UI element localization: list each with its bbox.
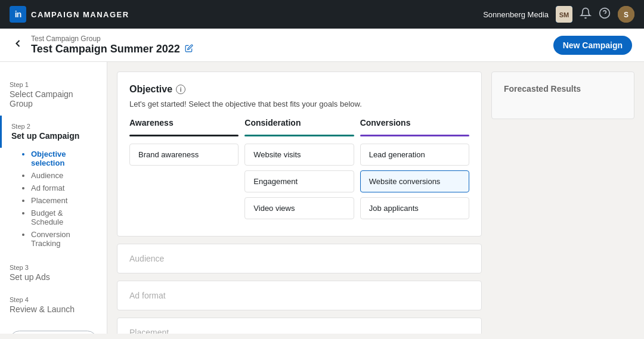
new-campaign-button[interactable]: New Campaign bbox=[553, 36, 632, 55]
objective-video-views[interactable]: Video views bbox=[244, 197, 354, 219]
sidebar: Step 1 Select Campaign Group Step 2 Set … bbox=[0, 62, 107, 334]
audience-section[interactable]: Audience bbox=[117, 244, 482, 273]
sidebar-step-1: Step 1 Select Campaign Group bbox=[0, 74, 107, 116]
ad-format-section[interactable]: Ad format bbox=[117, 281, 482, 310]
svg-text:SM: SM bbox=[559, 11, 569, 18]
substep-audience[interactable]: Audience bbox=[31, 169, 97, 182]
user-avatar[interactable]: S bbox=[618, 6, 634, 23]
consideration-header: Consideration bbox=[244, 118, 354, 130]
step-2-title: Set up Campaign bbox=[11, 131, 97, 141]
account-avatar-icon: SM bbox=[556, 6, 572, 23]
step-4-title: Review & Launch bbox=[10, 304, 97, 314]
campaign-group-label: Test Campaign Group bbox=[31, 35, 193, 43]
objective-card: Objective i Let's get started! Select th… bbox=[117, 71, 482, 237]
step-3-title: Set up Ads bbox=[10, 272, 97, 282]
campaign-header-left: Test Campaign Group Test Campaign Summer… bbox=[12, 35, 193, 55]
sidebar-bottom: Back to account bbox=[0, 321, 107, 334]
back-arrow-link[interactable] bbox=[12, 38, 24, 52]
top-navigation: in CAMPAIGN MANAGER Sonnenberg Media SM bbox=[0, 0, 644, 29]
awareness-bar bbox=[129, 135, 239, 136]
objective-engagement[interactable]: Engagement bbox=[244, 170, 354, 192]
substep-ad-format[interactable]: Ad format bbox=[31, 182, 97, 194]
conversions-header: Conversions bbox=[360, 118, 469, 130]
step-1-number: Step 1 bbox=[10, 81, 97, 88]
content-area: Objective i Let's get started! Select th… bbox=[107, 62, 644, 334]
objective-job-applicants[interactable]: Job applicants bbox=[360, 197, 469, 219]
step-1-title: Select Campaign Group bbox=[10, 89, 97, 108]
awareness-header: Awareness bbox=[129, 118, 239, 130]
sidebar-substeps: Objective selection Audience Ad format P… bbox=[0, 148, 107, 257]
back-to-account-button[interactable]: Back to account bbox=[10, 331, 97, 334]
sidebar-step-2: Step 2 Set up Campaign bbox=[0, 116, 107, 148]
sidebar-step-3: Step 3 Set up Ads bbox=[0, 257, 107, 289]
forecasted-panel: Forecasted Results bbox=[491, 71, 634, 324]
notifications-icon[interactable] bbox=[580, 7, 592, 22]
app-title: CAMPAIGN MANAGER bbox=[31, 10, 129, 19]
campaign-name: Test Campaign Summer 2022 bbox=[31, 43, 193, 55]
objective-info-icon[interactable]: i bbox=[176, 85, 185, 94]
objective-website-conversions[interactable]: Website conversions bbox=[360, 170, 469, 192]
placement-section[interactable]: Placement bbox=[117, 318, 482, 334]
objective-columns: Awareness Brand awareness Consideration … bbox=[129, 118, 469, 224]
account-name: Sonnenberg Media bbox=[483, 10, 549, 19]
objective-lead-generation[interactable]: Lead generation bbox=[360, 144, 469, 166]
objective-website-visits[interactable]: Website visits bbox=[244, 144, 354, 166]
sidebar-step-4: Step 4 Review & Launch bbox=[0, 289, 107, 321]
substep-budget-schedule[interactable]: Budget & Schedule bbox=[31, 207, 97, 228]
topnav-right: Sonnenberg Media SM S bbox=[483, 6, 634, 23]
edit-campaign-icon[interactable] bbox=[185, 44, 193, 54]
campaign-group-info: Test Campaign Group Test Campaign Summer… bbox=[31, 35, 193, 55]
step-3-number: Step 3 bbox=[10, 264, 97, 271]
campaign-header: Test Campaign Group Test Campaign Summer… bbox=[0, 29, 644, 62]
substep-objective[interactable]: Objective selection bbox=[31, 148, 97, 169]
sidebar-steps: Step 1 Select Campaign Group Step 2 Set … bbox=[0, 74, 107, 321]
help-icon[interactable] bbox=[599, 7, 611, 22]
consideration-bar bbox=[244, 135, 354, 136]
linkedin-logo: in bbox=[10, 6, 26, 23]
conversions-column: Conversions Lead generation Website conv… bbox=[360, 118, 469, 224]
objective-brand-awareness[interactable]: Brand awareness bbox=[129, 144, 239, 166]
step-2-number: Step 2 bbox=[11, 123, 97, 130]
substep-conversion-tracking[interactable]: Conversion Tracking bbox=[31, 228, 97, 250]
topnav-brand: in CAMPAIGN MANAGER bbox=[10, 6, 129, 23]
awareness-column: Awareness Brand awareness bbox=[129, 118, 244, 224]
account-avatar-box[interactable]: SM bbox=[556, 6, 572, 23]
main-layout: Step 1 Select Campaign Group Step 2 Set … bbox=[0, 62, 644, 334]
main-column: Objective i Let's get started! Select th… bbox=[117, 71, 482, 324]
svg-text:S: S bbox=[624, 11, 628, 19]
step-4-number: Step 4 bbox=[10, 296, 97, 303]
conversions-bar bbox=[360, 135, 469, 136]
consideration-column: Consideration Website visits Engagement … bbox=[244, 118, 360, 224]
objective-card-title: Objective i bbox=[129, 84, 469, 95]
forecasted-title: Forecasted Results bbox=[504, 84, 622, 94]
forecasted-card: Forecasted Results bbox=[491, 71, 634, 119]
objective-subtitle: Let's get started! Select the objective … bbox=[129, 99, 469, 108]
substep-placement[interactable]: Placement bbox=[31, 194, 97, 207]
